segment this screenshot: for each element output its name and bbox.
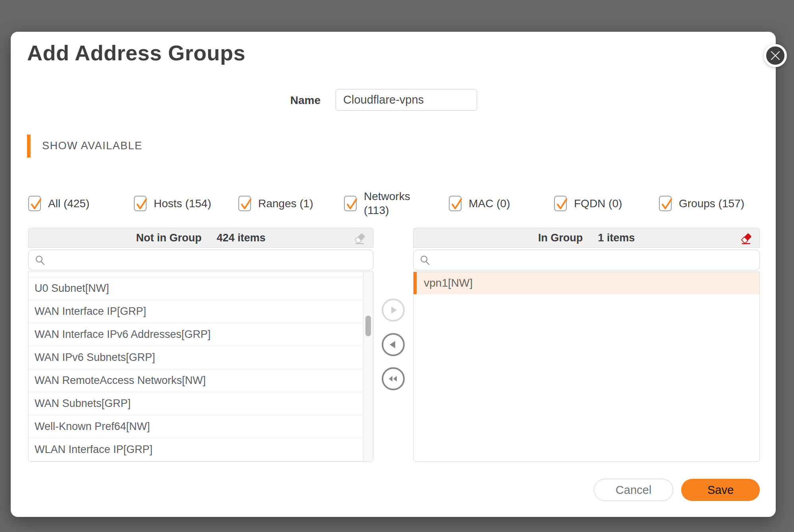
close-icon bbox=[770, 50, 780, 61]
list-item-label: WAN RemoteAccess Networks[NW] bbox=[35, 374, 206, 387]
list-item-label: vpn1[NW] bbox=[424, 277, 473, 289]
arrow-right-icon bbox=[388, 305, 398, 315]
move-left-button[interactable] bbox=[382, 333, 405, 356]
scrollbar-track[interactable] bbox=[363, 272, 373, 461]
checkbox-checked-icon[interactable] bbox=[238, 196, 251, 211]
filter-label: Networks (113) bbox=[364, 189, 416, 217]
not-in-group-list: U0 Subnet[NW] WAN Interface IP[GRP] WAN … bbox=[28, 272, 373, 462]
not-in-group-panel: Not in Group 424 items bbox=[28, 228, 373, 462]
filter-label: FQDN (0) bbox=[574, 197, 622, 210]
filter-mac[interactable]: MAC (0) bbox=[449, 187, 510, 220]
list-item-label: WAN Subnets[GRP] bbox=[35, 397, 131, 410]
partial-row bbox=[29, 272, 363, 277]
double-arrow-left-icon bbox=[387, 374, 399, 384]
name-input[interactable] bbox=[336, 89, 477, 111]
in-group-panel: In Group 1 items bbox=[413, 228, 760, 462]
filter-groups[interactable]: Groups (157) bbox=[659, 187, 744, 220]
search-icon bbox=[419, 254, 431, 266]
list-item-label: WAN Interface IPv6 Addresses[GRP] bbox=[35, 328, 211, 341]
eraser-icon-red bbox=[740, 232, 753, 245]
eraser-icon bbox=[353, 232, 367, 245]
checkbox-checked-icon[interactable] bbox=[659, 196, 672, 211]
section-accent-bar bbox=[27, 135, 31, 158]
list-item[interactable]: Well-Known Pref64[NW] bbox=[29, 415, 363, 438]
filter-label: MAC (0) bbox=[469, 197, 510, 210]
panel-item-count: 1 items bbox=[598, 232, 635, 244]
filter-label: Groups (157) bbox=[679, 197, 744, 210]
list-item[interactable]: WAN Interface IP[GRP] bbox=[29, 300, 363, 323]
in-group-header: In Group 1 items bbox=[413, 228, 760, 248]
panel-title: Not in Group bbox=[136, 232, 201, 244]
not-in-group-header: Not in Group 424 items bbox=[28, 228, 373, 248]
filter-fqdn[interactable]: FQDN (0) bbox=[554, 187, 622, 220]
filter-label: Ranges (1) bbox=[258, 197, 313, 210]
close-button[interactable] bbox=[764, 44, 787, 67]
search-input[interactable] bbox=[50, 250, 373, 270]
checkbox-checked-icon[interactable] bbox=[449, 196, 462, 211]
list-item[interactable]: WAN Interface IPv6 Addresses[GRP] bbox=[29, 323, 363, 346]
scrollbar-thumb[interactable] bbox=[365, 316, 371, 336]
list-item-label: WAN IPv6 Subnets[GRP] bbox=[35, 351, 155, 364]
checkbox-checked-icon[interactable] bbox=[344, 196, 357, 211]
in-group-search bbox=[413, 250, 760, 270]
search-input[interactable] bbox=[435, 250, 759, 270]
in-group-list: vpn1[NW] bbox=[413, 272, 760, 462]
checkbox-checked-icon[interactable] bbox=[134, 196, 147, 211]
save-button[interactable]: Save bbox=[681, 479, 760, 501]
not-in-group-search bbox=[28, 250, 373, 270]
search-icon bbox=[34, 254, 46, 266]
list-item-selected[interactable]: vpn1[NW] bbox=[413, 272, 759, 294]
list-item[interactable]: WAN Subnets[GRP] bbox=[29, 392, 363, 415]
filter-ranges[interactable]: Ranges (1) bbox=[238, 187, 313, 220]
page-title: Add Address Groups bbox=[27, 40, 245, 65]
filter-label: All (425) bbox=[48, 197, 89, 210]
list-item[interactable]: WLAN Interface IP[GRP] bbox=[29, 438, 363, 461]
list-item-label: U0 Subnet[NW] bbox=[35, 282, 109, 295]
filter-label: Hosts (154) bbox=[154, 197, 211, 210]
arrow-left-icon bbox=[388, 339, 398, 350]
list-item[interactable]: U0 Subnet[NW] bbox=[29, 277, 363, 300]
checkbox-checked-icon[interactable] bbox=[554, 196, 567, 211]
type-filter-row: All (425) Hosts (154) Ranges (1) Network… bbox=[11, 187, 776, 220]
name-field-label: Name bbox=[233, 94, 321, 107]
clear-group-button[interactable] bbox=[739, 231, 754, 246]
move-all-left-button[interactable] bbox=[382, 367, 405, 390]
filter-hosts[interactable]: Hosts (154) bbox=[134, 187, 211, 220]
list-item-label: WAN Interface IP[GRP] bbox=[35, 305, 146, 318]
list-item[interactable]: WAN IPv6 Subnets[GRP] bbox=[29, 346, 363, 369]
panel-title: In Group bbox=[538, 232, 583, 244]
clear-search-button[interactable] bbox=[352, 231, 367, 246]
show-available-heading: SHOW AVAILABLE bbox=[42, 140, 143, 152]
add-address-groups-dialog: Add Address Groups Name SHOW AVAILABLE A… bbox=[11, 32, 776, 517]
panel-item-count: 424 items bbox=[216, 232, 265, 244]
move-right-button[interactable] bbox=[382, 299, 405, 322]
list-item-label: Well-Known Pref64[NW] bbox=[35, 420, 150, 433]
checkbox-checked-icon[interactable] bbox=[28, 196, 41, 211]
list-item[interactable]: WAN RemoteAccess Networks[NW] bbox=[29, 369, 363, 392]
cancel-button[interactable]: Cancel bbox=[594, 479, 673, 501]
filter-all[interactable]: All (425) bbox=[28, 187, 89, 220]
filter-networks[interactable]: Networks (113) bbox=[344, 187, 416, 220]
list-item-label: WLAN Interface IP[GRP] bbox=[35, 443, 153, 456]
